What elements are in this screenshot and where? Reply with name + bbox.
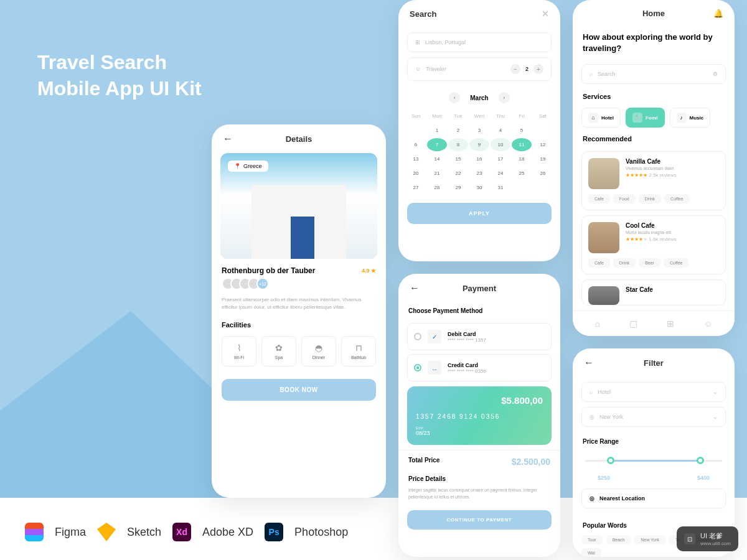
slider-thumb-max[interactable] bbox=[697, 457, 704, 464]
calendar-day[interactable]: 13 bbox=[406, 152, 426, 166]
calendar-day[interactable]: 3 bbox=[469, 124, 489, 137]
decrement-button[interactable]: − bbox=[510, 64, 520, 74]
calendar-day[interactable]: 5 bbox=[512, 124, 532, 137]
calendar-day-end[interactable]: 11 bbox=[512, 138, 532, 151]
calendar-day[interactable]: 9 bbox=[469, 138, 489, 151]
calendar-day[interactable]: 28 bbox=[427, 181, 447, 194]
tag[interactable]: Beer bbox=[639, 258, 660, 268]
calendar-day[interactable]: 16 bbox=[469, 152, 489, 166]
avatar-more[interactable]: +12 bbox=[256, 278, 269, 290]
increment-button[interactable]: + bbox=[533, 64, 543, 74]
calendar-day[interactable]: 20 bbox=[406, 167, 426, 180]
calendar-day[interactable]: 25 bbox=[512, 167, 532, 180]
calendar-day-start[interactable]: 7 bbox=[427, 138, 447, 151]
back-icon[interactable]: ← bbox=[410, 282, 420, 294]
radio-unchecked[interactable] bbox=[414, 333, 421, 340]
total-price: $2.500,00 bbox=[512, 457, 550, 467]
next-month-button[interactable]: › bbox=[499, 92, 510, 103]
calendar-day[interactable]: 23 bbox=[469, 167, 489, 180]
calendar-day[interactable]: 4 bbox=[491, 124, 510, 137]
search-input[interactable]: ⌕ Search ⚙ bbox=[581, 64, 726, 84]
recommended-card[interactable]: Cool Cafe Morbi iaculis magna elit ★★★★★… bbox=[581, 215, 726, 274]
calendar-day[interactable]: 24 bbox=[491, 167, 510, 180]
location-input[interactable]: ⊞ Lisbon, Portugal bbox=[407, 32, 552, 52]
avatar-stack: +12 bbox=[212, 278, 386, 290]
card-number: 1357 2468 9124 0356 bbox=[416, 413, 543, 420]
calendar-day[interactable]: 1 bbox=[427, 124, 447, 137]
nav-home-icon[interactable]: ⌂ bbox=[595, 319, 600, 329]
filter-screen: ← Filter ⌕ Hotel ⌄ ◎ New York ⌄ Price Ra… bbox=[573, 348, 735, 557]
calendar-day[interactable]: 6 bbox=[406, 138, 426, 151]
watermark: ⊡ UI 老爹 www.uii8.com bbox=[677, 526, 738, 551]
service-chip-hotel[interactable]: ⌂Hotel bbox=[581, 108, 621, 128]
word-chip[interactable]: New York bbox=[634, 535, 665, 544]
prev-month-button[interactable]: ‹ bbox=[449, 92, 460, 103]
calendar-day[interactable]: 8 bbox=[448, 138, 468, 151]
facility-wifi[interactable]: ⌇Wi-Fi bbox=[222, 336, 256, 366]
bell-icon[interactable]: 🔔 bbox=[713, 9, 723, 18]
word-chip[interactable]: Wal bbox=[581, 548, 601, 557]
price-details-desc: Integer sagittis lacus consequat ornare … bbox=[398, 485, 560, 505]
service-chip-food[interactable]: 🍴Food bbox=[626, 108, 665, 128]
tag[interactable]: Coffee bbox=[664, 194, 690, 203]
price-slider[interactable] bbox=[585, 455, 722, 467]
sketch-icon bbox=[97, 523, 116, 541]
tag[interactable]: Drink bbox=[613, 258, 636, 268]
radio-checked[interactable] bbox=[414, 364, 421, 371]
calendar-day[interactable]: 27 bbox=[406, 181, 426, 194]
traveler-input[interactable]: ☺ Traveler − 2 + bbox=[407, 57, 552, 81]
cafe-image bbox=[588, 222, 619, 253]
recommended-card[interactable]: Star Cafe bbox=[581, 279, 726, 306]
calendar-day[interactable]: 2 bbox=[448, 124, 468, 137]
services-label: Services bbox=[573, 89, 735, 104]
calendar-day[interactable]: 29 bbox=[448, 181, 468, 194]
calendar-day[interactable]: 22 bbox=[448, 167, 468, 180]
calendar-day[interactable]: 18 bbox=[512, 152, 532, 166]
apply-button[interactable]: APPLY bbox=[407, 203, 552, 224]
facility-spa[interactable]: ✿Spa bbox=[261, 336, 296, 366]
category-select[interactable]: ⌕ Hotel ⌄ bbox=[581, 382, 726, 402]
tag[interactable]: Food bbox=[613, 194, 636, 203]
word-chip[interactable]: Tour bbox=[581, 535, 603, 544]
calendar-day[interactable]: 14 bbox=[427, 152, 447, 166]
back-icon[interactable]: ← bbox=[223, 133, 233, 144]
close-icon[interactable]: ✕ bbox=[542, 9, 549, 19]
back-icon[interactable]: ← bbox=[584, 357, 594, 368]
tag[interactable]: Drink bbox=[639, 194, 661, 203]
tag[interactable]: Coffee bbox=[664, 258, 689, 268]
card-amount: $5.800,00 bbox=[416, 395, 543, 406]
payment-method-debit[interactable]: ✓ Debit Card**** **** **** 1357 bbox=[407, 323, 552, 350]
book-now-button[interactable]: BOOK NOW bbox=[222, 379, 376, 401]
figma-icon bbox=[25, 523, 44, 541]
calendar-day[interactable]: 31 bbox=[491, 181, 510, 194]
tag[interactable]: Cafe bbox=[588, 194, 610, 203]
nav-profile-icon[interactable]: ☺ bbox=[703, 319, 712, 329]
xd-label: Adobe XD bbox=[202, 526, 253, 539]
tag[interactable]: Cafe bbox=[588, 258, 610, 268]
calendar-day[interactable]: 26 bbox=[533, 167, 553, 180]
figma-label: Figma bbox=[55, 526, 86, 539]
calendar-day[interactable]: 12 bbox=[533, 138, 553, 151]
filter-icon[interactable]: ⚙ bbox=[713, 71, 718, 77]
wifi-icon: ⌇ bbox=[225, 343, 253, 353]
continue-button[interactable]: CONTINUE TO PAYMENT bbox=[407, 510, 552, 530]
location-select[interactable]: ◎ New York ⌄ bbox=[581, 407, 726, 427]
nav-bookmark-icon[interactable]: ▢ bbox=[629, 319, 637, 329]
calendar-day[interactable]: 17 bbox=[491, 152, 510, 166]
calendar-day[interactable]: 30 bbox=[469, 181, 489, 194]
slider-thumb-min[interactable] bbox=[607, 457, 614, 464]
payment-method-credit[interactable]: ⎵ Credit Card**** **** **** 0356 bbox=[407, 354, 552, 381]
calendar-day[interactable]: 10 bbox=[491, 138, 510, 151]
calendar-day[interactable]: 15 bbox=[448, 152, 468, 166]
word-chip[interactable]: Beach bbox=[606, 535, 631, 544]
nearest-location-button[interactable]: ◎ Nearest Location bbox=[581, 488, 726, 508]
food-icon: 🍴 bbox=[632, 113, 642, 123]
recommended-card[interactable]: Vanilla Cafe Vivamus accumsan diam ★★★★★… bbox=[581, 151, 726, 210]
service-chip-music[interactable]: ♪Music bbox=[670, 108, 711, 128]
chevron-down-icon: ⌄ bbox=[713, 414, 718, 420]
nav-map-icon[interactable]: ⊞ bbox=[667, 319, 674, 329]
calendar-day[interactable]: 19 bbox=[533, 152, 553, 166]
facility-bathtub[interactable]: ⊓Bathtub bbox=[341, 336, 376, 366]
facility-dinner[interactable]: ◓Dinner bbox=[301, 336, 336, 366]
calendar-day[interactable]: 21 bbox=[427, 167, 447, 180]
